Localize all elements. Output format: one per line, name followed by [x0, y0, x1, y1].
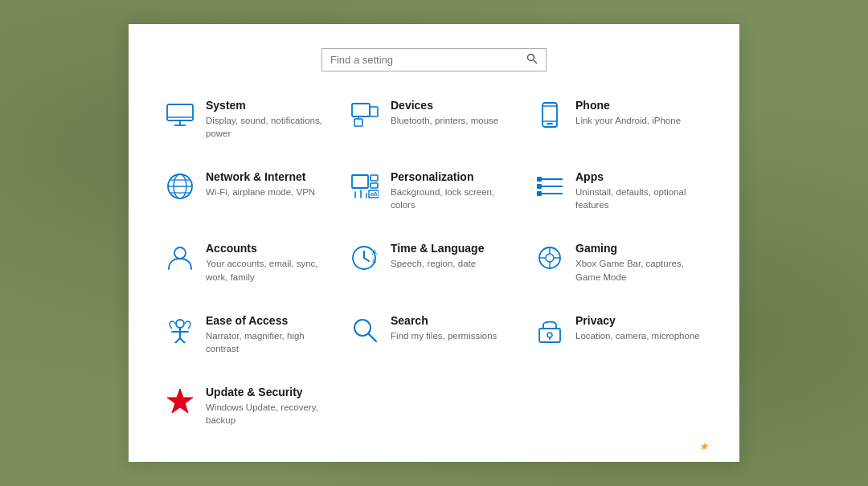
apps-text: Apps Uninstall, defaults, optional featu…: [575, 170, 704, 211]
privacy-desc: Location, camera, microphone: [575, 329, 700, 342]
svg-point-31: [174, 247, 186, 259]
settings-item-ease[interactable]: Ease of Access Narrator, magnifier, high…: [161, 311, 338, 358]
accounts-text: Accounts Your accounts, email, sync, wor…: [206, 242, 334, 283]
ease-text: Ease of Access Narrator, magnifier, high…: [206, 314, 334, 355]
apps-desc: Uninstall, defaults, optional features: [575, 186, 704, 211]
privacy-text: Privacy Location, camera, microphone: [575, 314, 700, 342]
svg-text:A: A: [372, 248, 377, 256]
personalization-title: Personalization: [391, 170, 519, 183]
devices-title: Devices: [391, 99, 498, 112]
svg-line-47: [180, 338, 185, 343]
settings-item-network[interactable]: Network & Internet Wi-Fi, airplane mode,…: [161, 167, 338, 214]
svg-rect-30: [537, 191, 542, 196]
settings-item-apps[interactable]: Apps Uninstall, defaults, optional featu…: [530, 167, 707, 214]
personalization-text: Personalization Background, lock screen,…: [391, 170, 519, 211]
search-icon: [526, 53, 538, 67]
ugfix-badge: UG★FIX: [683, 441, 727, 452]
update-text: Update & Security Windows Update, recove…: [206, 386, 334, 427]
search-wrapper[interactable]: [321, 48, 547, 71]
settings-panel: System Display, sound, notifications, po…: [129, 24, 739, 462]
svg-rect-2: [167, 104, 193, 120]
system-title: System: [206, 99, 334, 112]
system-desc: Display, sound, notifications, power: [206, 114, 334, 140]
svg-line-1: [534, 60, 537, 63]
settings-item-gaming[interactable]: Gaming Xbox Game Bar, captures, Game Mod…: [530, 239, 707, 286]
svg-point-0: [528, 55, 534, 61]
gaming-title: Gaming: [575, 242, 704, 255]
privacy-title: Privacy: [575, 314, 700, 327]
settings-item-personalization[interactable]: Personalization Background, lock screen,…: [346, 167, 522, 214]
accounts-desc: Your accounts, email, sync, work, family: [206, 257, 334, 283]
search-bar: [161, 48, 707, 71]
settings-item-system[interactable]: System Display, sound, notifications, po…: [161, 96, 338, 143]
svg-line-49: [369, 334, 376, 341]
update-desc: Windows Update, recovery, backup: [206, 401, 334, 427]
search-input[interactable]: [330, 54, 526, 66]
update-title: Update & Security: [206, 386, 334, 398]
svg-rect-21: [371, 183, 378, 188]
gaming-desc: Xbox Game Bar, captures, Game Mode: [575, 257, 704, 283]
network-desc: Wi-Fi, airplane mode, VPN: [206, 186, 315, 198]
svg-marker-53: [167, 389, 193, 413]
svg-line-46: [175, 338, 180, 343]
accounts-icon: [164, 242, 196, 274]
time-title: Time & Language: [391, 242, 484, 255]
system-text: System Display, sound, notifications, po…: [206, 99, 334, 140]
gaming-icon: [534, 242, 566, 274]
settings-item-time[interactable]: A a Time & Language Speech, region, date: [346, 239, 522, 286]
settings-item-phone[interactable]: Phone Link your Android, iPhone: [530, 96, 707, 143]
svg-rect-6: [352, 104, 370, 116]
phone-title: Phone: [575, 99, 681, 112]
update-icon: [164, 386, 196, 418]
personalization-icon: [349, 170, 381, 202]
svg-rect-20: [371, 175, 378, 181]
network-title: Network & Internet: [206, 170, 315, 183]
settings-item-update[interactable]: Update & Security Windows Update, recove…: [161, 382, 338, 430]
svg-line-34: [364, 258, 369, 261]
network-icon: [164, 170, 196, 202]
apps-icon: [534, 170, 566, 202]
network-text: Network & Internet Wi-Fi, airplane mode,…: [206, 170, 315, 198]
svg-text:a: a: [372, 256, 376, 264]
search-icon: [349, 314, 381, 346]
personalization-desc: Background, lock screen, colors: [391, 186, 519, 211]
svg-rect-7: [370, 107, 378, 116]
privacy-icon: [534, 314, 566, 346]
svg-point-43: [176, 320, 184, 328]
search-desc: Find my files, permissions: [391, 329, 497, 342]
svg-rect-29: [537, 184, 542, 189]
search-title: Search: [391, 314, 497, 327]
accounts-title: Accounts: [206, 242, 334, 255]
devices-icon: [349, 99, 381, 131]
gaming-text: Gaming Xbox Game Bar, captures, Game Mod…: [575, 242, 704, 283]
svg-rect-19: [352, 175, 368, 188]
ease-title: Ease of Access: [206, 314, 334, 327]
devices-desc: Bluetooth, printers, mouse: [391, 114, 498, 127]
search-text: Search Find my files, permissions: [391, 314, 497, 342]
svg-point-38: [546, 254, 554, 262]
settings-item-devices[interactable]: Devices Bluetooth, printers, mouse: [346, 96, 522, 143]
settings-item-accounts[interactable]: Accounts Your accounts, email, sync, wor…: [161, 239, 338, 286]
time-desc: Speech, region, date: [391, 257, 484, 270]
phone-text: Phone Link your Android, iPhone: [575, 99, 681, 127]
svg-rect-8: [354, 119, 362, 126]
settings-grid: System Display, sound, notifications, po…: [161, 96, 707, 430]
apps-title: Apps: [575, 170, 704, 183]
devices-text: Devices Bluetooth, printers, mouse: [391, 99, 498, 127]
svg-rect-28: [537, 177, 542, 182]
svg-rect-50: [539, 329, 560, 342]
time-text: Time & Language Speech, region, date: [391, 242, 484, 270]
svg-point-48: [354, 320, 371, 336]
phone-desc: Link your Android, iPhone: [575, 114, 681, 127]
settings-item-privacy[interactable]: Privacy Location, camera, microphone: [530, 311, 707, 358]
time-icon: A a: [349, 242, 381, 274]
ease-desc: Narrator, magnifier, high contrast: [206, 329, 334, 355]
phone-icon: [534, 99, 566, 131]
settings-item-search[interactable]: Search Find my files, permissions: [346, 311, 522, 358]
svg-point-51: [547, 333, 552, 337]
system-icon: [164, 99, 196, 131]
ease-icon: [164, 314, 196, 346]
